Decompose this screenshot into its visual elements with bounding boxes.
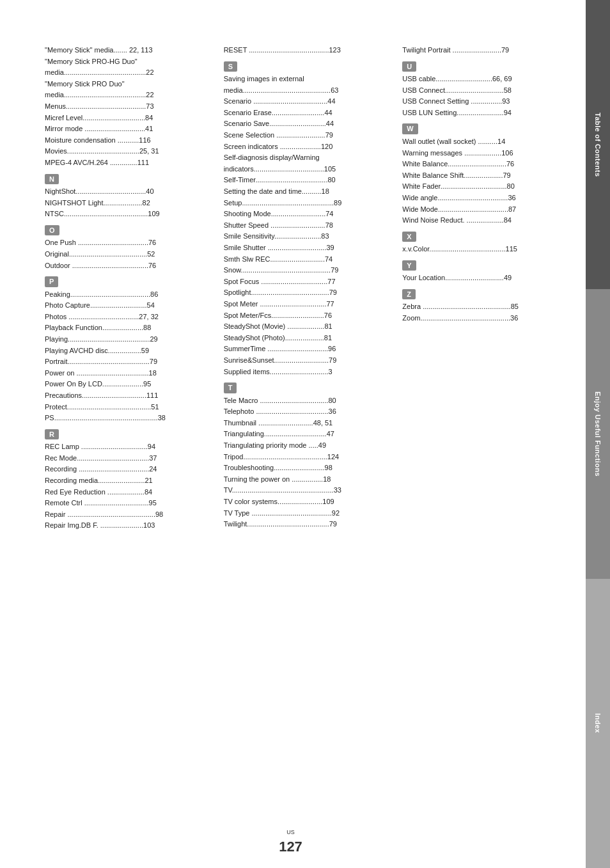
entry-usb-connect-setting: USB Connect Setting ................93: [402, 96, 568, 107]
entry-usb-cable: USB cable.............................66…: [402, 74, 568, 85]
column-1: "Memory Stick" media....... 22, 113 "Mem…: [45, 45, 211, 532]
entry-movies: Movies..................................…: [45, 146, 211, 157]
entry-zebra: Zebra ..................................…: [402, 301, 568, 313]
entry-mirror-mode: Mirror mode ............................…: [45, 123, 211, 135]
entry-saving-images: Saving images in externalmedia..........…: [224, 74, 390, 96]
entry-memory-stick-pro-duo: "Memory Stick PRO Duo"media.............…: [45, 79, 211, 101]
entry-red-eye-reduction: Red Eye Reduction ...................84: [45, 487, 211, 498]
section-w-header: W: [402, 123, 418, 134]
entry-scene-selection: Scene Selection ........................…: [224, 130, 390, 141]
entry-your-location: Your Location...........................…: [402, 272, 568, 284]
tab-table-of-contents[interactable]: Table of Contents: [586, 0, 610, 289]
entry-photos: Photos .................................…: [45, 312, 211, 323]
entry-peaking: Peaking.................................…: [45, 289, 211, 301]
entry-portrait: Portrait................................…: [45, 356, 211, 368]
section-p-header: P: [45, 276, 58, 287]
entry-white-fader: White Fader.............................…: [402, 181, 568, 193]
entry-telephoto: Telephoto ..............................…: [224, 406, 390, 418]
entry-recording: Recording ..............................…: [45, 464, 211, 475]
entry-micref-level: Micref Level............................…: [45, 113, 211, 124]
entry-triangulating: Triangulating...........................…: [224, 429, 390, 440]
section-z-header: Z: [402, 289, 416, 300]
entry-self-diagnosis: Self-diagnosis display/Warningindicators…: [224, 152, 390, 175]
entry-playing: Playing.................................…: [45, 334, 211, 345]
entry-usb-lun-setting: USB LUN Setting........................9…: [402, 107, 568, 119]
entry-tele-macro: Tele Macro .............................…: [224, 395, 390, 407]
entry-spot-meter: Spot Meter .............................…: [224, 299, 390, 310]
entry-sunrise-sunset: Sunrise&Sunset..........................…: [224, 355, 390, 367]
entry-smth-slw-rec: Smth Slw REC............................…: [224, 254, 390, 265]
entry-warning-messages: Warning messages ...................106: [402, 148, 568, 159]
section-t-header: T: [224, 383, 237, 393]
entry-zoom: Zoom....................................…: [402, 313, 568, 324]
entry-troubleshooting: Troubleshooting.........................…: [224, 462, 390, 474]
entry-rec-lamp: REC Lamp ...............................…: [45, 441, 211, 453]
entry-wide-angle: Wide angle..............................…: [402, 193, 568, 204]
entry-outdoor: Outdoor ................................…: [45, 260, 211, 272]
entry-shutter-speed: Shutter Speed ..........................…: [224, 220, 390, 232]
entry-playback-function: Playback Function.....................88: [45, 322, 211, 334]
entry-scenario-save: Scenario Save...........................…: [224, 118, 390, 130]
entry-scenario: Scenario ...............................…: [224, 96, 390, 107]
entry-memory-stick-pro-hg: "Memory Stick PRO-HG Duo"media..........…: [45, 56, 211, 79]
entry-power-on: Power on ...............................…: [45, 368, 211, 379]
section-u-header: U: [402, 61, 416, 72]
entry-wall-outlet: Wall outlet (wall socket) ..........14: [402, 136, 568, 148]
entry-mpeg4: MPEG-4 AVC/H.264 ..............111: [45, 157, 211, 169]
entry-steadyshot-movie: SteadyShot (Movie) ...................81: [224, 321, 390, 333]
entry-usb-connect: USB Connect.............................…: [402, 85, 568, 97]
entry-screen-indicators: Screen indicators .....................1…: [224, 141, 390, 153]
tab-index[interactable]: Index: [586, 579, 610, 868]
entry-wind-noise: Wind Noise Reduct. ...................84: [402, 215, 568, 226]
entry-tv-color-systems: TV color systems.......................1…: [224, 496, 390, 508]
entry-repair: Repair .................................…: [45, 509, 211, 521]
entry-setup: Setup...................................…: [224, 198, 390, 209]
entry-triangulating-priority: Triangulating priority mode .....49: [224, 440, 390, 452]
entry-smile-shutter: Smile Shutter ..........................…: [224, 242, 390, 254]
section-s-header: S: [224, 61, 237, 72]
section-n-header: N: [45, 174, 59, 185]
entry-power-on-by-lcd: Power On By LCD.....................95: [45, 379, 211, 390]
entry-twilight-portrait: Twilight Portrait ......................…: [402, 45, 568, 56]
entry-wide-mode: Wide Mode...............................…: [402, 204, 568, 216]
entry-repair-img-db: Repair Img.DB F. ......................1…: [45, 520, 211, 532]
entry-steadyshot-photo: SteadyShot (Photo)....................81: [224, 333, 390, 344]
entry-moisture-condensation: Moisture condensation ...........116: [45, 135, 211, 146]
entry-rec-mode: Rec Mode................................…: [45, 453, 211, 464]
section-o-header: O: [45, 225, 59, 236]
entry-spot-focus: Spot Focus .............................…: [224, 276, 390, 288]
entry-white-balance: White Balance...........................…: [402, 159, 568, 170]
tab-enjoy-useful-functions[interactable]: Enjoy Useful Functions: [586, 289, 610, 578]
entry-shooting-mode: Shooting Mode...........................…: [224, 209, 390, 220]
entry-xv-color: x.v.Color...............................…: [402, 244, 568, 255]
entry-precautions: Precautions.............................…: [45, 390, 211, 402]
entry-turning-power-on: Turning the power on ................18: [224, 474, 390, 485]
column-3: Twilight Portrait ......................…: [402, 45, 568, 532]
entry-thumbnail: Thumbnail ............................48…: [224, 418, 390, 429]
entry-original: Original................................…: [45, 249, 211, 260]
page-prefix: US: [286, 829, 295, 835]
side-tabs: Table of Contents Enjoy Useful Functions…: [586, 0, 610, 868]
entry-tripod: Tripod..................................…: [224, 452, 390, 463]
column-2: RESET ..................................…: [224, 45, 390, 532]
entry-scenario-erase: Scenario Erase..........................…: [224, 107, 390, 119]
entry-memory-stick-media: "Memory Stick" media....... 22, 113: [45, 45, 211, 56]
entry-spotlight: Spotlight...............................…: [224, 287, 390, 299]
section-y-header: Y: [402, 260, 416, 271]
entry-setting-date-time: Setting the date and time..........18: [224, 186, 390, 198]
entry-summertime: SummerTime .............................…: [224, 343, 390, 355]
entry-protect: Protect.................................…: [45, 402, 211, 413]
entry-tv-type: TV Type ................................…: [224, 508, 390, 519]
page: Table of Contents Enjoy Useful Functions…: [0, 0, 610, 868]
entry-white-balance-shift: White Balance Shift....................7…: [402, 170, 568, 182]
entry-recording-media: Recording media........................2…: [45, 475, 211, 487]
section-x-header: X: [402, 232, 416, 242]
entry-menus: Menus...................................…: [45, 101, 211, 113]
entry-snow: Snow....................................…: [224, 265, 390, 276]
entry-ps: PS......................................…: [45, 413, 211, 424]
entry-one-push: One Push ...............................…: [45, 237, 211, 249]
entry-supplied-items: Supplied items..........................…: [224, 367, 390, 378]
entry-self-timer: Self-Timer..............................…: [224, 175, 390, 186]
entry-ntsc: NTSC....................................…: [45, 209, 211, 220]
entry-photo-capture: Photo Capture...........................…: [45, 300, 211, 312]
